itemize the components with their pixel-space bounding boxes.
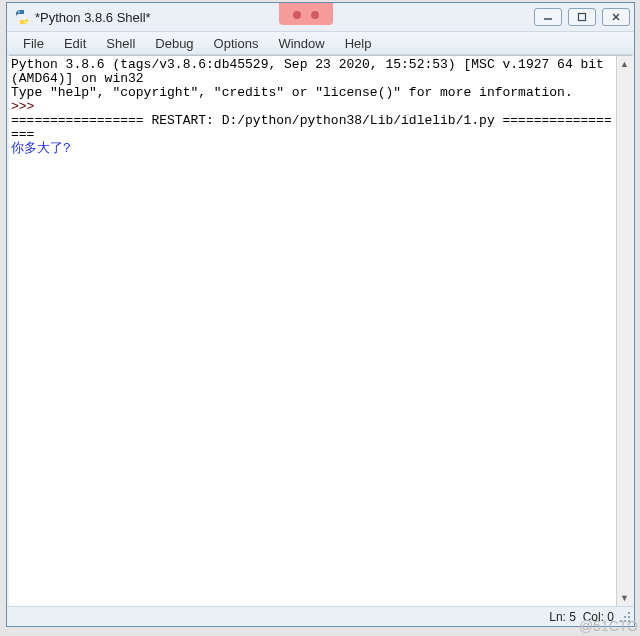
menu-edit[interactable]: Edit (54, 32, 96, 54)
app-window: *Python 3.8.6 Shell* File Edit Shell Deb… (6, 2, 635, 627)
svg-point-1 (24, 21, 26, 23)
scroll-track[interactable] (617, 72, 632, 590)
watermark: @51CTO (579, 618, 638, 634)
scroll-down-arrow[interactable]: ▼ (617, 590, 632, 606)
status-line: Ln: 5 (549, 610, 576, 624)
banner-line-1: Python 3.8.6 (tags/v3.8.6:db45529, Sep 2… (11, 57, 612, 86)
menu-bar: File Edit Shell Debug Options Window Hel… (7, 31, 634, 55)
title-overlay-decoration (279, 3, 333, 25)
menu-shell[interactable]: Shell (96, 32, 145, 54)
status-bar: Ln: 5 Col: 0 (7, 606, 634, 626)
window-controls (534, 8, 630, 26)
menu-options[interactable]: Options (204, 32, 269, 54)
python-idle-icon (13, 8, 31, 26)
maximize-button[interactable] (568, 8, 596, 26)
menu-debug[interactable]: Debug (145, 32, 203, 54)
stdin-text: 你多大了? (11, 141, 79, 156)
restart-line: ================= RESTART: D:/python/pyt… (11, 113, 612, 142)
menu-help[interactable]: Help (335, 32, 382, 54)
close-button[interactable] (602, 8, 630, 26)
title-bar: *Python 3.8.6 Shell* (7, 3, 634, 31)
svg-point-0 (18, 11, 20, 13)
banner-line-2: Type "help", "copyright", "credits" or "… (11, 85, 573, 100)
menu-file[interactable]: File (13, 32, 54, 54)
vertical-scrollbar[interactable]: ▲ ▼ (616, 56, 632, 606)
menu-window[interactable]: Window (268, 32, 334, 54)
scroll-up-arrow[interactable]: ▲ (617, 56, 632, 72)
editor-area: Python 3.8.6 (tags/v3.8.6:db45529, Sep 2… (9, 55, 632, 606)
svg-rect-3 (579, 14, 586, 21)
minimize-button[interactable] (534, 8, 562, 26)
shell-prompt: >>> (11, 99, 42, 114)
shell-text-area[interactable]: Python 3.8.6 (tags/v3.8.6:db45529, Sep 2… (9, 56, 616, 606)
